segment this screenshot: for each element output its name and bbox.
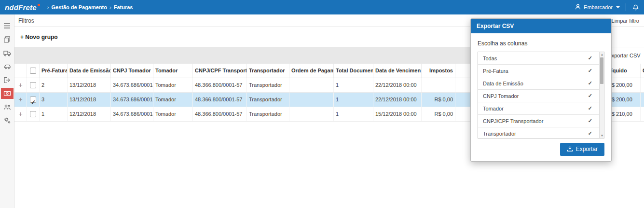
column-header-transportador[interactable]: Transportador	[247, 64, 289, 78]
sidebar-item-settings[interactable]	[1, 115, 14, 126]
cell-pre_fatura: 2	[40, 78, 68, 92]
cell-cnpj_tomador: 34.673.686/0001-01	[111, 78, 153, 92]
cell-data_emissao: 13/12/2018	[68, 93, 111, 107]
user-menu[interactable]: Embarcador	[575, 3, 620, 11]
column-header-cnpj_cpf_transportador[interactable]: CNPJ/CPF Transportador	[193, 64, 247, 78]
scroll-up-icon[interactable]: ▲	[600, 53, 604, 56]
bell-icon[interactable]	[632, 3, 639, 12]
export-button[interactable]: Exportar	[560, 143, 604, 156]
row-checkbox[interactable]	[30, 82, 36, 88]
row-checkbox[interactable]	[30, 97, 36, 103]
cell-cnpj_cpf_transportador: 48.366.800/0001-57	[193, 107, 247, 121]
scroll-down-icon[interactable]: ▼	[600, 134, 604, 138]
cell-total_documentos: 1	[334, 107, 373, 121]
cell-ordem_pagamento	[289, 107, 334, 121]
cell-checkbox	[27, 78, 40, 92]
column-option[interactable]: Tomador✓	[478, 102, 599, 115]
check-icon: ✓	[588, 118, 592, 124]
column-option[interactable]: Todas✓	[478, 52, 599, 65]
cell-total_documentos: 1	[334, 78, 373, 92]
cell-cnpj_cpf_transportador: 48.366.800/0001-57	[193, 78, 247, 92]
column-header-checkbox[interactable]	[27, 64, 40, 78]
check-icon: ✓	[588, 130, 592, 137]
cell-total_documentos: 1	[334, 93, 373, 107]
select-all-checkbox[interactable]	[30, 68, 36, 74]
column-option[interactable]: CNPJ/CPF Transportador✓	[478, 115, 599, 127]
menu-icon	[3, 23, 11, 29]
cell-transportador: Transportador	[247, 93, 289, 107]
column-option[interactable]: Transportador✓	[478, 127, 599, 139]
top-bar: nddFrete ›Gestão de Pagamento›Faturas Em…	[0, 0, 644, 14]
check-icon: ✓	[588, 68, 592, 74]
column-header-impostos[interactable]: Impostos	[422, 64, 455, 78]
check-icon: ✓	[588, 55, 592, 61]
column-header-data_emissao[interactable]: Data de Emissão ↓	[68, 64, 111, 78]
sidebar-item-logout[interactable]	[1, 74, 14, 85]
column-option[interactable]: CNPJ Tomador✓	[478, 90, 599, 102]
scrollbar-thumb[interactable]	[600, 57, 603, 84]
breadcrumb-item[interactable]: Faturas	[114, 4, 133, 10]
user-label: Embarcador	[584, 4, 613, 10]
cell-cnpj_tomador: 34.673.686/0001-01	[111, 93, 153, 107]
logo-mark-icon	[38, 4, 40, 6]
settings-icon	[3, 117, 11, 124]
cell-cobranca	[641, 93, 644, 107]
export-csv-modal: Exportar CSV Escolha as colunas Todas✓Pr…	[470, 18, 612, 162]
breadcrumb: ›Gestão de Pagamento›Faturas	[47, 4, 133, 10]
column-option[interactable]: Pré-Fatura✓	[478, 65, 599, 77]
row-expander[interactable]: +	[14, 107, 27, 121]
column-header-cobranca[interactable]: Cobra	[641, 64, 644, 78]
logout-icon	[3, 77, 11, 83]
payment-icon	[3, 90, 11, 97]
cell-tomador: Tomador	[153, 78, 193, 92]
cell-pre_fatura: 3	[40, 93, 68, 107]
cell-transportador: Transportador	[247, 107, 289, 121]
column-header-tomador[interactable]: Tomador	[153, 64, 193, 78]
users-icon	[3, 104, 11, 111]
documents-icon	[3, 36, 11, 43]
new-group-button[interactable]: + Novo grupo	[20, 34, 58, 41]
column-header-cnpj_tomador[interactable]: CNPJ Tomador	[111, 64, 153, 78]
cell-ordem_pagamento	[289, 93, 334, 107]
cell-checkbox	[27, 93, 40, 107]
cell-data_vencimento: 22/12/2018 00:00	[373, 93, 422, 107]
cell-tomador: Tomador	[153, 107, 193, 121]
cell-data_vencimento: 15/12/2018 00:00	[373, 107, 422, 121]
column-header-pre_fatura[interactable]: Pré-Fatura	[40, 64, 68, 78]
cell-tomador: Tomador	[153, 93, 193, 107]
cell-cnpj_tomador: 34.673.686/0001-01	[111, 107, 153, 121]
download-icon	[567, 145, 573, 153]
cell-cnpj_cpf_transportador: 48.366.800/0001-57	[193, 93, 247, 107]
column-header-total_documentos[interactable]: Total Documentos	[334, 64, 373, 78]
row-expander[interactable]: +	[14, 93, 27, 107]
app-logo: nddFrete	[5, 3, 37, 12]
column-option[interactable]: Data de Emissão✓	[478, 77, 599, 90]
cell-cobranca	[641, 107, 644, 121]
cell-transportador: Transportador	[247, 78, 289, 92]
modal-title: Exportar CSV	[471, 19, 611, 33]
sidebar	[0, 14, 14, 208]
scrollbar[interactable]: ▲ ▼	[599, 52, 604, 138]
breadcrumb-item[interactable]: Gestão de Pagamento	[51, 4, 107, 10]
sidebar-item-truck[interactable]	[1, 47, 14, 58]
cell-data_emissao: 12/12/2018	[68, 107, 111, 121]
check-icon: ✓	[588, 80, 592, 86]
sidebar-item-vehicle[interactable]	[1, 61, 14, 72]
row-checkbox[interactable]	[30, 111, 36, 117]
cell-ordem_pagamento	[289, 78, 334, 92]
sidebar-item-documents[interactable]	[1, 34, 14, 45]
sidebar-item-users[interactable]	[1, 101, 14, 112]
breadcrumb-separator: ›	[47, 4, 49, 10]
check-icon: ✓	[588, 93, 592, 99]
truck-icon	[3, 50, 11, 56]
column-header-data_vencimento[interactable]: Data de Vencimento	[373, 64, 422, 78]
cell-pre_fatura: 1	[40, 107, 68, 121]
sidebar-item-menu[interactable]	[1, 20, 14, 31]
cell-impostos: R$ 0,00	[422, 93, 455, 107]
divider	[626, 3, 626, 11]
row-expander[interactable]: +	[14, 78, 27, 92]
sidebar-item-payment[interactable]	[1, 88, 14, 99]
filters-title: Filtros	[18, 17, 34, 24]
column-options-list: Todas✓Pré-Fatura✓Data de Emissão✓CNPJ To…	[478, 52, 604, 139]
column-header-ordem_pagamento[interactable]: Ordem de Pagamento	[289, 64, 334, 78]
